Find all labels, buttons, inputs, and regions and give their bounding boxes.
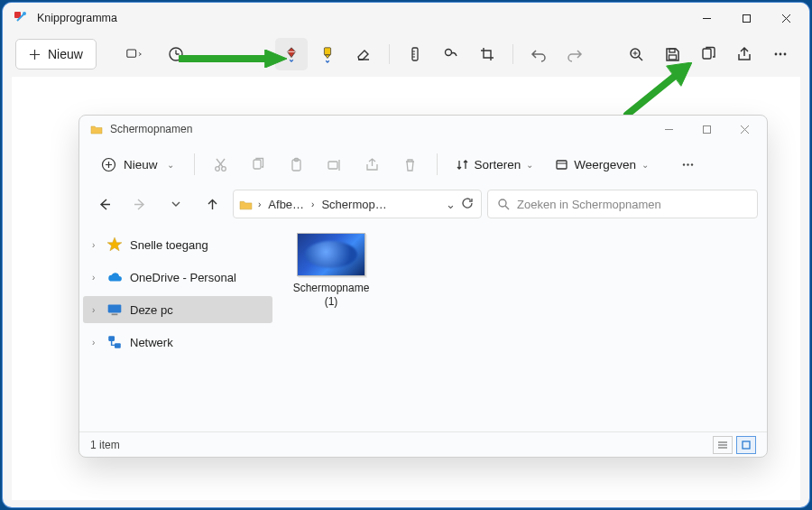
svg-point-52 <box>687 163 688 165</box>
nav-item-quick-access[interactable]: › Snelle toegang <box>83 231 272 258</box>
svg-point-1 <box>23 12 26 15</box>
svg-rect-3 <box>743 14 750 22</box>
back-button[interactable] <box>88 189 119 219</box>
svg-point-41 <box>222 166 226 171</box>
undo-button[interactable] <box>522 38 555 70</box>
new-button-label: Nieuw <box>48 47 83 61</box>
svg-point-18 <box>445 50 451 56</box>
breadcrumb-segment[interactable]: Schermop… <box>321 198 386 211</box>
address-bar[interactable]: › Afbe… › Schermop… ⌄ <box>233 190 482 218</box>
close-button[interactable] <box>766 3 806 33</box>
rename-button[interactable] <box>318 147 352 181</box>
svg-line-20 <box>639 57 642 60</box>
window-title: Knipprogramma <box>37 12 117 24</box>
nav-label: OneDrive - Personal <box>130 271 236 284</box>
svg-rect-25 <box>703 49 711 59</box>
breadcrumb-segment[interactable]: Afbe… <box>268 198 304 211</box>
more-button[interactable] <box>764 38 797 70</box>
svg-rect-8 <box>127 50 136 57</box>
annotation-arrow-1 <box>179 50 287 68</box>
snip-mode-button[interactable] <box>113 38 156 70</box>
explorer-minimize-button[interactable] <box>650 116 687 143</box>
redo-button[interactable] <box>558 38 591 70</box>
svg-point-28 <box>784 53 787 56</box>
minimize-button[interactable] <box>687 3 726 33</box>
explorer-nav-row: › Afbe… › Schermop… ⌄ Zoeken in Schermop… <box>79 186 767 222</box>
file-item[interactable]: Schermopname (1) <box>292 233 370 309</box>
explorer-titlebar: Schermopnamen <box>79 116 767 143</box>
svg-rect-47 <box>328 162 337 169</box>
eraser-tool-button[interactable] <box>347 38 380 70</box>
explorer-title: Schermopnamen <box>110 123 192 135</box>
sort-label: Sorteren <box>475 158 521 172</box>
folder-icon <box>90 123 103 135</box>
nav-item-this-pc[interactable]: › Deze pc <box>83 296 272 323</box>
icons-view-button[interactable] <box>736 436 756 454</box>
explorer-command-bar: Nieuw ⌄ Sorteren ⌄ Weergeven ⌄ <box>79 143 767 186</box>
network-icon <box>106 334 123 350</box>
share-button[interactable] <box>728 38 761 70</box>
sort-button[interactable]: Sorteren ⌄ <box>447 149 543 180</box>
crop-button[interactable] <box>471 38 503 70</box>
svg-point-53 <box>690 163 692 165</box>
refresh-button[interactable] <box>461 197 474 212</box>
svg-rect-23 <box>669 49 675 52</box>
explorer-maximize-button[interactable] <box>687 116 725 143</box>
nav-label: Deze pc <box>130 303 173 317</box>
ruler-button[interactable] <box>399 38 431 70</box>
chevron-right-icon: › <box>92 273 101 283</box>
chevron-down-icon: ⌄ <box>167 160 174 170</box>
file-pane[interactable]: Schermopname (1) <box>276 222 767 431</box>
explorer-close-button[interactable] <box>725 116 763 143</box>
explorer-body: › Snelle toegang › OneDrive - Personal ›… <box>79 222 767 431</box>
maximize-button[interactable] <box>726 3 766 33</box>
svg-rect-58 <box>108 336 115 341</box>
svg-point-26 <box>775 53 778 56</box>
svg-point-27 <box>780 53 782 56</box>
cloud-icon <box>106 269 123 285</box>
copy-button[interactable] <box>692 38 724 70</box>
forward-button[interactable] <box>125 189 155 219</box>
explorer-more-button[interactable] <box>670 147 705 181</box>
details-view-button[interactable] <box>713 436 733 454</box>
monitor-icon <box>106 301 123 318</box>
view-button[interactable]: Weergeven ⌄ <box>546 149 658 180</box>
chevron-right-icon: › <box>311 199 314 209</box>
paste-button[interactable] <box>280 147 314 181</box>
svg-point-51 <box>682 163 684 165</box>
chevron-right-icon: › <box>92 240 101 250</box>
folder-icon <box>239 198 253 211</box>
chevron-right-icon: › <box>92 338 101 348</box>
nav-item-network[interactable]: › Netwerk <box>83 329 272 356</box>
file-name: Schermopname (1) <box>292 282 370 309</box>
delete-button[interactable] <box>393 147 428 181</box>
explorer-new-label: Nieuw <box>124 158 158 172</box>
svg-rect-44 <box>254 160 261 169</box>
app-icon <box>14 11 28 25</box>
search-input[interactable]: Zoeken in Schermopnamen <box>487 190 758 218</box>
explorer-new-button[interactable]: Nieuw ⌄ <box>90 149 185 180</box>
svg-rect-57 <box>112 314 118 316</box>
nav-item-onedrive[interactable]: › OneDrive - Personal <box>83 264 272 291</box>
explorer-window: Schermopnamen Nieuw ⌄ Sorteren <box>78 115 768 458</box>
up-button[interactable] <box>197 189 227 219</box>
chevron-right-icon: › <box>92 305 101 315</box>
highlighter-tool-button[interactable] <box>311 38 344 70</box>
recent-locations-button[interactable] <box>161 189 191 219</box>
file-thumbnail <box>297 233 365 276</box>
address-dropdown-icon[interactable]: ⌄ <box>446 198 456 211</box>
touch-writing-button[interactable] <box>435 38 467 70</box>
svg-rect-12 <box>324 48 330 55</box>
explorer-share-button[interactable] <box>355 147 390 181</box>
chevron-right-icon: › <box>258 199 261 209</box>
star-icon <box>106 236 123 253</box>
chevron-down-icon: ⌄ <box>641 160 649 170</box>
nav-label: Snelle toegang <box>130 238 208 252</box>
new-button[interactable]: Nieuw <box>15 39 97 70</box>
status-text: 1 item <box>90 439 120 451</box>
explorer-copy-button[interactable] <box>242 147 276 181</box>
view-label: Weergeven <box>574 158 636 172</box>
svg-point-54 <box>499 199 506 207</box>
cut-button[interactable] <box>204 147 238 181</box>
annotation-arrow-2 <box>622 62 692 120</box>
